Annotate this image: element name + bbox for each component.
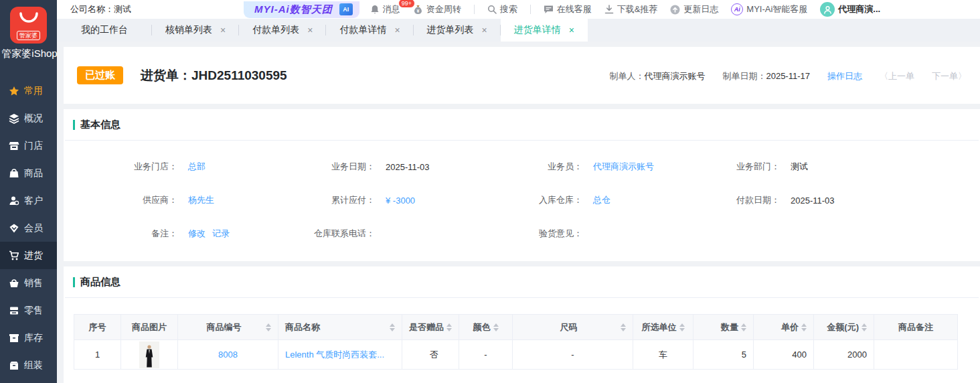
- col-name[interactable]: 商品名称: [278, 315, 402, 340]
- user-account-button[interactable]: 代理商演...: [820, 2, 880, 17]
- col-amount[interactable]: 金额(元): [814, 315, 874, 340]
- col-code[interactable]: 商品编号: [178, 315, 278, 340]
- app-window: 管家婆 管家婆iShop 常用 概况 门店 商品 客户: [0, 0, 980, 383]
- store-icon: [9, 141, 19, 151]
- sidebar-item-label: 销售: [24, 277, 43, 289]
- sidebar-item-lingshou[interactable]: 零售: [0, 297, 57, 324]
- search-button[interactable]: 搜索: [487, 3, 517, 15]
- sidebar-item-kehu[interactable]: 客户: [0, 187, 57, 214]
- sidebar-item-kucun[interactable]: 库存: [0, 324, 57, 352]
- sort-icon[interactable]: [679, 323, 685, 331]
- section-accent-bar: [73, 277, 75, 287]
- field-supplier: 供应商： 杨先生: [64, 183, 261, 217]
- tab-writeoff-list[interactable]: 核销单列表 ×: [152, 19, 239, 42]
- sidebar-item-zuzhuang[interactable]: 组装: [0, 352, 57, 379]
- col-label: 所选单位: [642, 321, 677, 333]
- close-icon[interactable]: ×: [220, 25, 226, 35]
- changelog-button[interactable]: 更新日志: [670, 3, 718, 15]
- cell-size: -: [513, 340, 633, 370]
- sort-icon[interactable]: [801, 323, 807, 331]
- close-icon[interactable]: ×: [569, 25, 574, 35]
- page-title: 进货单：JHD2511030595: [141, 67, 287, 84]
- col-size[interactable]: 尺码: [513, 315, 633, 340]
- messages-button[interactable]: 消息 99+: [370, 3, 400, 15]
- order-header-card: 已过账 进货单：JHD2511030595 制单人：代理商演示账号 制单日期：2…: [64, 47, 980, 104]
- warehouse-link[interactable]: 总仓: [593, 194, 610, 206]
- product-name-link[interactable]: Lelenth 气质时尚西装套...: [285, 350, 384, 360]
- prev-order-button[interactable]: 〈上一单: [880, 70, 914, 82]
- assemble-icon: [9, 360, 19, 371]
- field-inspection-opinion: 验货意见：: [469, 217, 666, 250]
- total-payable-link[interactable]: ¥ -3000: [386, 196, 415, 206]
- goods-table-row: 1 8008 Lelenth 气质时尚西装套...: [74, 340, 958, 370]
- sidebar-item-label: 组装: [24, 360, 43, 372]
- app-logo[interactable]: 管家婆: [10, 7, 47, 44]
- col-label: 颜色: [473, 321, 491, 333]
- product-code-link[interactable]: 8008: [218, 350, 238, 360]
- tab-purchase-detail[interactable]: 进货单详情 ×: [501, 19, 588, 42]
- field-label: 备注：: [64, 228, 177, 240]
- sort-icon[interactable]: [741, 323, 746, 331]
- remark-edit-link[interactable]: 修改: [188, 228, 206, 240]
- download-button[interactable]: 下载&推荐: [604, 3, 658, 15]
- salesperson-link[interactable]: 代理商演示账号: [593, 161, 654, 173]
- operation-log-link[interactable]: 操作日志: [827, 70, 862, 82]
- col-qty[interactable]: 数量: [693, 315, 754, 340]
- sort-icon[interactable]: [390, 323, 395, 331]
- col-color[interactable]: 颜色: [459, 315, 513, 340]
- col-unit[interactable]: 所选单位: [633, 315, 693, 340]
- field-business-store: 业务门店： 总部: [64, 150, 261, 183]
- cell-name[interactable]: Lelenth 气质时尚西装套...: [278, 340, 402, 370]
- cell-image[interactable]: [121, 340, 178, 370]
- close-icon[interactable]: ×: [394, 25, 400, 35]
- col-label: 商品图片: [132, 321, 167, 333]
- tab-label: 进货单列表: [427, 24, 474, 36]
- field-label: 入库仓库：: [469, 194, 582, 206]
- sidebar-item-jinhuo[interactable]: 进货: [0, 242, 57, 269]
- goods-info-title: 商品信息: [80, 276, 120, 289]
- tab-purchase-list[interactable]: 进货单列表 ×: [414, 19, 501, 42]
- sidebar-item-changyong[interactable]: 常用: [0, 77, 57, 104]
- product-image[interactable]: [139, 341, 159, 368]
- sidebar-item-xiaoshou[interactable]: 销售: [0, 269, 57, 297]
- field-label: 累计应付：: [261, 194, 375, 206]
- tab-payment-list[interactable]: 付款单列表 ×: [239, 19, 326, 42]
- cell-color: -: [459, 340, 513, 370]
- field-remark: 备注： 修改 记录: [64, 217, 261, 250]
- field-payment-date: 付款日期： 2025-11-03: [666, 183, 980, 217]
- business-store-link[interactable]: 总部: [188, 161, 206, 173]
- sort-icon[interactable]: [266, 323, 271, 331]
- create-date-field: 制单日期：2025-11-17: [722, 70, 810, 82]
- search-icon: [487, 5, 497, 14]
- promo-banner[interactable]: MYI-Ai数智天团 AI: [244, 1, 359, 18]
- sort-icon[interactable]: [446, 323, 452, 331]
- sort-icon[interactable]: [493, 323, 499, 331]
- close-icon[interactable]: ×: [482, 25, 487, 35]
- sidebar-item-gaikuang[interactable]: 概况: [0, 104, 57, 132]
- col-gift[interactable]: 是否赠品: [402, 315, 459, 340]
- next-order-button[interactable]: 下一单〉: [932, 70, 967, 82]
- online-service-button[interactable]: 在线客服: [544, 3, 592, 15]
- cell-code[interactable]: 8008: [178, 340, 278, 370]
- cashflow-button[interactable]: ¥ 资金周转: [413, 3, 461, 15]
- inventory-icon: [9, 333, 19, 343]
- changelog-label: 更新日志: [683, 3, 718, 15]
- col-price[interactable]: 单价: [754, 315, 814, 340]
- tab-my-workbench[interactable]: 我的工作台: [57, 19, 152, 42]
- ai-cube-icon: AI: [339, 3, 353, 15]
- supplier-link[interactable]: 杨先生: [188, 194, 214, 206]
- field-warehouse-phone: 仓库联系电话：: [261, 217, 469, 250]
- remark-record-link[interactable]: 记录: [212, 228, 230, 240]
- ai-service-button[interactable]: Ai MYI-Ai智能客服: [731, 3, 807, 15]
- sort-icon[interactable]: [621, 323, 626, 331]
- sidebar-item-huiyuan[interactable]: 会员: [0, 214, 57, 242]
- cart-icon: [9, 250, 19, 261]
- close-icon[interactable]: ×: [307, 25, 313, 35]
- tab-payment-detail[interactable]: 付款单详情 ×: [326, 19, 413, 42]
- goods-table: 序号 商品图片 商品编号 商品名称 是否赠品 颜色 尺码 所选单位 数量 单价 …: [74, 314, 958, 370]
- sidebar-item-mendian[interactable]: 门店: [0, 132, 57, 159]
- sidebar-item-shangpin[interactable]: 商品: [0, 159, 57, 187]
- field-label: 业务员：: [469, 161, 582, 173]
- sort-icon[interactable]: [862, 323, 867, 331]
- company-label: 公司名称：: [70, 4, 114, 14]
